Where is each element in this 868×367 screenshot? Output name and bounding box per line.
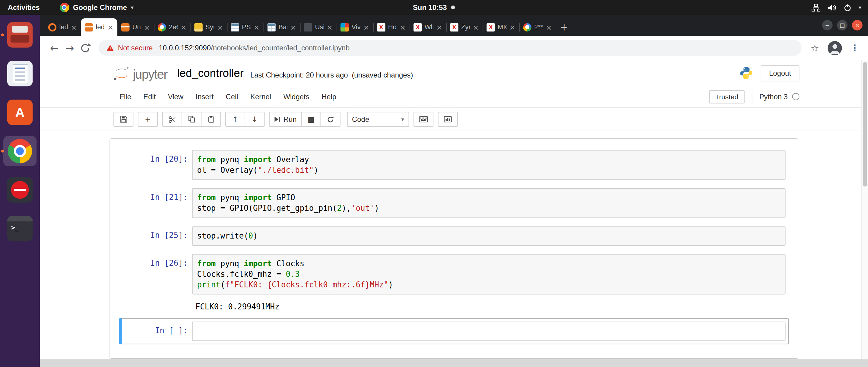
maximize-button[interactable]: □ — [837, 20, 847, 30]
tab-close-icon[interactable]: × — [217, 23, 223, 31]
code-input[interactable]: stop.write(0) — [192, 226, 786, 246]
tab-close-icon[interactable]: × — [327, 23, 333, 31]
logout-button[interactable]: Logout — [761, 65, 799, 81]
browser-tab[interactable]: Syn× — [190, 19, 227, 36]
scissors-icon — [168, 116, 176, 123]
back-button[interactable]: ← — [46, 40, 62, 56]
menu-file[interactable]: File — [114, 93, 137, 101]
activities-button[interactable]: Activities — [8, 3, 40, 12]
tab-close-icon[interactable]: × — [436, 23, 442, 31]
close-button[interactable]: × — [852, 20, 863, 30]
browser-tab[interactable]: Zyn× — [446, 19, 483, 36]
forward-button[interactable]: → — [62, 40, 78, 56]
menu-help[interactable]: Help — [315, 93, 342, 101]
browser-tab-active[interactable]: led× — [81, 19, 117, 36]
save-button[interactable] — [114, 112, 133, 127]
tab-close-icon[interactable]: × — [71, 23, 77, 31]
menu-edit[interactable]: Edit — [137, 93, 162, 101]
tab-close-icon[interactable]: × — [473, 23, 479, 31]
reload-button[interactable] — [78, 40, 93, 56]
scrollbar-thumb[interactable] — [863, 62, 867, 187]
caret-down-icon: ▾ — [401, 116, 404, 122]
url-text: 10.0.0.152:9090/notebooks/led_counter/le… — [159, 44, 350, 52]
tab-close-icon[interactable]: × — [254, 23, 260, 31]
copy-cell-button[interactable] — [182, 112, 202, 127]
interrupt-kernel-button[interactable]: ■ — [301, 112, 321, 127]
browser-tab[interactable]: Bas× — [264, 19, 300, 36]
tab-close-icon[interactable]: × — [181, 23, 187, 31]
restart-kernel-button[interactable] — [320, 112, 340, 127]
code-input[interactable]: from pynq import ClocksClocks.fclk0_mhz … — [192, 254, 786, 294]
security-label: Not secure — [118, 44, 153, 52]
tab-close-icon[interactable]: × — [546, 23, 552, 31]
bookmark-star-icon[interactable]: ☆ — [807, 40, 823, 56]
notebook-container: In [20]: from pynq import Overlayol = Ov… — [110, 139, 798, 359]
dock-item-no-entry[interactable] — [3, 175, 36, 205]
jupyter-logo-icon[interactable] — [114, 66, 130, 81]
browser-tab[interactable]: Usi× — [300, 19, 337, 36]
widgets-chart-button[interactable] — [438, 112, 458, 127]
browser-tab[interactable]: Unt× — [117, 19, 154, 36]
menu-insert[interactable]: Insert — [189, 93, 220, 101]
tab-close-icon[interactable]: × — [363, 23, 369, 31]
jupyter-wordmark[interactable]: jupyter — [133, 67, 167, 82]
browser-tab[interactable]: 2e6× — [154, 19, 190, 36]
menu-view[interactable]: View — [162, 93, 190, 101]
cell-type-value: Code — [352, 115, 369, 124]
tab-close-icon[interactable]: × — [509, 23, 516, 31]
clock-label: Sun 10:53 — [413, 3, 447, 12]
address-bar[interactable]: Not secure 10.0.0.152:9090/notebooks/led… — [99, 40, 802, 56]
command-palette-button[interactable] — [413, 112, 433, 127]
system-tray[interactable]: ▾ — [812, 0, 861, 15]
paste-cell-button[interactable] — [201, 112, 221, 127]
notebook-toolbar: + ↑ ↓ Run ■ Code ▾ — [40, 108, 868, 131]
browser-tab[interactable]: MIC× — [483, 19, 519, 36]
chrome-window: led× led× Unt× 2e6× Syn× PS (× Bas× Usi×… — [40, 15, 868, 360]
tab-close-icon[interactable]: × — [400, 23, 406, 31]
run-button[interactable]: Run — [269, 112, 302, 127]
browser-tab[interactable]: led× — [44, 19, 81, 36]
trusted-button[interactable]: Trusted — [709, 90, 744, 103]
caret-down-icon: ▾ — [131, 4, 134, 10]
code-input[interactable] — [192, 322, 786, 341]
cell-type-dropdown[interactable]: Code ▾ — [347, 112, 409, 127]
tab-close-icon[interactable]: × — [144, 23, 150, 31]
move-cell-up-button[interactable]: ↑ — [225, 112, 245, 127]
menu-cell[interactable]: Cell — [220, 93, 244, 101]
running-indicator-dot — [1, 33, 4, 36]
code-input[interactable]: from pynq import GPIOstop = GPIO(GPIO.ge… — [192, 188, 786, 218]
cut-cell-button[interactable] — [162, 112, 182, 127]
menu-kernel[interactable]: Kernel — [244, 93, 277, 101]
add-cell-button[interactable]: + — [138, 112, 158, 127]
dock-item-text-document[interactable] — [3, 59, 36, 89]
page-scrollbar[interactable] — [861, 60, 868, 359]
browser-menu-icon[interactable]: ⋮ — [847, 40, 862, 56]
tab-close-icon[interactable]: × — [290, 23, 296, 31]
browser-tab[interactable]: Ho× — [373, 19, 409, 36]
chrome-icon — [60, 3, 69, 12]
dock-item-terminal[interactable]: >_ — [3, 214, 36, 244]
profile-avatar[interactable] — [828, 41, 842, 55]
browser-tab[interactable]: 2**× — [519, 19, 556, 36]
menu-widgets[interactable]: Widgets — [277, 93, 315, 101]
minimize-button[interactable]: − — [822, 20, 833, 30]
new-tab-button[interactable]: + — [556, 19, 572, 36]
dock-item-chrome[interactable] — [3, 136, 36, 166]
code-input[interactable]: from pynq import Overlayol = Overlay("./… — [192, 150, 786, 180]
app-menu[interactable]: Google Chrome ▾ — [60, 3, 134, 12]
browser-tab[interactable]: PS (× — [227, 19, 264, 36]
xilinx-icon — [487, 23, 495, 31]
dock-item-software-store[interactable]: A — [3, 97, 36, 127]
browser-tab[interactable]: Viv× — [337, 19, 373, 36]
clock[interactable]: Sun 10:53 — [413, 3, 455, 12]
software-store-icon: A — [7, 99, 33, 125]
keyboard-icon — [419, 116, 428, 122]
move-cell-down-button[interactable]: ↓ — [245, 112, 265, 127]
tab-close-icon[interactable]: × — [107, 23, 114, 31]
notebook-body: In [20]: from pynq import Overlayol = Ov… — [40, 131, 868, 359]
notebook-title[interactable]: led_controller — [177, 67, 243, 79]
browser-tab[interactable]: Wh× — [409, 19, 446, 36]
dock-item-printer[interactable] — [3, 20, 36, 50]
google-icon — [523, 23, 532, 31]
table-icon — [268, 23, 276, 31]
